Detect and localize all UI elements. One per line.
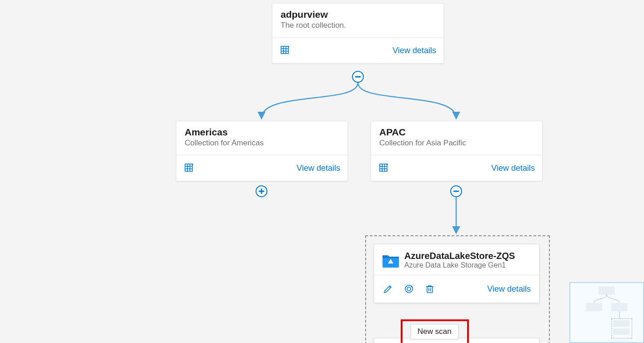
grid-icon[interactable] xyxy=(280,45,291,56)
collection-subtitle: Collection for Americas xyxy=(185,139,339,148)
collection-title: Americas xyxy=(185,127,339,138)
view-details-link[interactable]: View details xyxy=(297,164,340,173)
view-details-link[interactable]: View details xyxy=(491,164,535,173)
collection-card-root[interactable]: adpurview The root collection. View deta… xyxy=(272,3,444,64)
svg-rect-13 xyxy=(380,164,387,171)
svg-rect-0 xyxy=(281,46,288,54)
grid-icon[interactable] xyxy=(184,163,195,174)
svg-rect-6 xyxy=(185,164,192,171)
collection-card-apac[interactable]: APAC Collection for Asia Pacific View de… xyxy=(371,121,543,181)
collection-title: APAC xyxy=(379,127,534,138)
data-source-card[interactable]: AzureDataLakeStore-ZQS Azure Data Lake S… xyxy=(374,244,539,303)
collapse-button[interactable] xyxy=(450,185,462,197)
collection-title: adpurview xyxy=(281,9,435,20)
data-source-subtitle: Azure Data Lake Storage Gen1 xyxy=(404,261,515,269)
collapse-button[interactable] xyxy=(352,71,364,83)
view-details-link[interactable]: View details xyxy=(487,284,531,294)
expand-button[interactable] xyxy=(256,185,267,197)
collections-map[interactable]: adpurview The root collection. View deta… xyxy=(0,0,644,343)
edit-icon[interactable] xyxy=(382,283,393,294)
grid-icon[interactable] xyxy=(378,163,389,174)
delete-icon[interactable] xyxy=(424,283,435,294)
scan-target-icon[interactable] xyxy=(403,283,414,294)
data-source-title: AzureDataLakeStore-ZQS xyxy=(404,251,515,261)
view-details-link[interactable]: View details xyxy=(392,46,436,55)
collection-card-americas[interactable]: Americas Collection for Americas View de… xyxy=(176,121,348,181)
svg-rect-21 xyxy=(427,287,433,293)
tooltip-highlight-box xyxy=(401,319,469,343)
minimap[interactable] xyxy=(569,282,644,343)
svg-point-20 xyxy=(407,287,411,291)
collection-subtitle: Collection for Asia Pacific xyxy=(379,139,534,148)
collection-subtitle: The root collection. xyxy=(281,21,435,30)
data-lake-folder-icon xyxy=(382,253,398,266)
